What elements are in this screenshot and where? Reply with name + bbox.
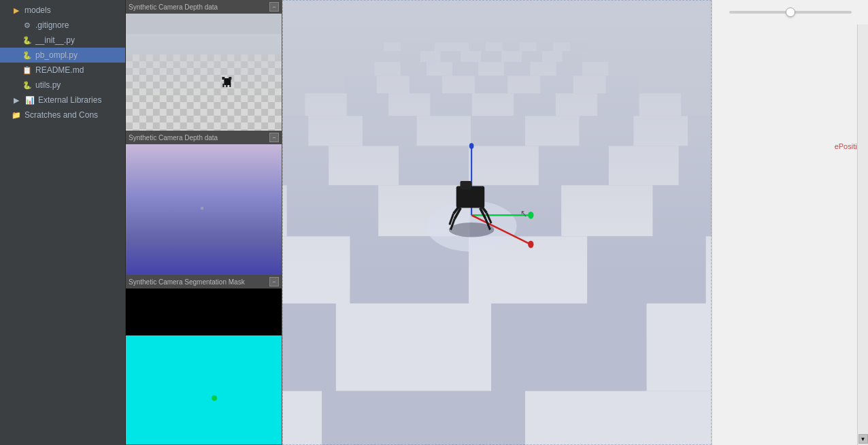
svg-rect-11 (222, 84, 224, 87)
top-camera-panel-header: Synthetic Camera Depth data − (126, 0, 282, 14)
seg-panel-header: Synthetic Camera Segmentation Mask − (126, 275, 282, 289)
expand-icon: ▶ (11, 96, 22, 105)
seg-panel: Synthetic Camera Segmentation Mask − (126, 275, 282, 445)
svg-rect-10 (229, 77, 231, 80)
svg-rect-13 (229, 84, 231, 87)
seg-green-dot (212, 395, 217, 401)
sidebar-item-label: .gitignore (35, 20, 69, 30)
sidebar-item-models[interactable]: ▶ models (0, 3, 125, 18)
svg-text:↖: ↖ (520, 208, 527, 220)
sidebar-item-utils[interactable]: 🐍 utils.py (0, 78, 125, 93)
sidebar-item-pb-ompl[interactable]: 🐍 pb_ompl.py (0, 48, 125, 63)
panels-column: Synthetic Camera Depth data − (126, 0, 282, 445)
slider-thumb[interactable] (786, 7, 795, 17)
svg-point-104 (528, 212, 533, 219)
sidebar-item-label: External Libraries (38, 95, 101, 105)
3d-viewport[interactable]: ↖ (282, 0, 712, 445)
svg-rect-9 (222, 77, 224, 80)
slider-area (712, 0, 868, 24)
svg-rect-99 (282, 0, 712, 445)
svg-rect-12 (226, 84, 227, 87)
depth-panel: Synthetic Camera Depth data − (126, 131, 282, 275)
sidebar-item-label: Scratches and Cons (24, 110, 98, 120)
sidebar-item-label: utils.py (35, 80, 61, 90)
depth-panel-header: Synthetic Camera Depth data − (126, 131, 282, 144)
md-file-icon: 📋 (22, 66, 33, 75)
svg-point-116 (449, 222, 494, 237)
sidebar: ▶ models ⚙ .gitignore 🐍 __init__.py 🐍 pb… (0, 0, 126, 445)
svg-point-103 (469, 143, 474, 149)
sidebar-item-init-py[interactable]: 🐍 __init__.py (0, 33, 125, 48)
scroll-down-arrow[interactable]: ▼ (858, 434, 868, 444)
sidebar-item-gitignore[interactable]: ⚙ .gitignore (0, 18, 125, 33)
seg-black-top (126, 289, 282, 335)
depth-dot (201, 207, 203, 210)
folder-icon: 📁 (11, 111, 22, 120)
seg-canvas (126, 289, 282, 444)
main-area: Synthetic Camera Depth data − (126, 0, 868, 445)
sidebar-item-external-libs[interactable]: ▶ 📊 External Libraries (0, 93, 125, 108)
python-file-icon: 🐍 (22, 51, 33, 60)
depth-panel-title: Synthetic Camera Depth data (129, 134, 218, 142)
depth-panel-close-btn[interactable]: − (269, 133, 279, 142)
svg-rect-7 (126, 34, 282, 102)
sidebar-item-label: models (24, 5, 51, 15)
python-file-icon: 🐍 (22, 36, 33, 45)
right-panel: ePositiona ▼ (712, 0, 868, 445)
top-camera-close-btn[interactable]: − (269, 2, 279, 12)
folder-expand-icon: ▶ (11, 6, 22, 15)
seg-panel-close-btn[interactable]: − (269, 277, 279, 286)
svg-rect-107 (461, 181, 472, 190)
svg-point-105 (528, 241, 533, 248)
top-camera-canvas (126, 14, 282, 131)
viewport-checkerboard: ↖ (282, 0, 712, 445)
seg-cyan-floor (126, 335, 282, 444)
sidebar-item-label: README.md (35, 65, 84, 75)
sidebar-item-label: pb_ompl.py (35, 50, 78, 60)
sidebar-item-readme[interactable]: 📋 README.md (0, 63, 125, 78)
small-checker-svg (126, 14, 282, 131)
depth-canvas (126, 144, 282, 275)
sidebar-item-scratches[interactable]: 📁 Scratches and Cons (0, 108, 125, 122)
right-panel-content (712, 24, 868, 445)
depth-gradient-bg (126, 144, 282, 275)
top-camera-title: Synthetic Camera Depth data (129, 3, 218, 11)
python-file-icon: 🐍 (22, 81, 33, 90)
file-icon: ⚙ (22, 21, 33, 30)
top-camera-panel: Synthetic Camera Depth data − (126, 0, 282, 131)
right-scrollbar: ▼ (857, 24, 868, 445)
sidebar-item-label: __init__.py (35, 35, 75, 45)
slider-track (729, 11, 852, 14)
seg-panel-title: Synthetic Camera Segmentation Mask (129, 278, 245, 286)
lib-icon: 📊 (24, 96, 35, 105)
